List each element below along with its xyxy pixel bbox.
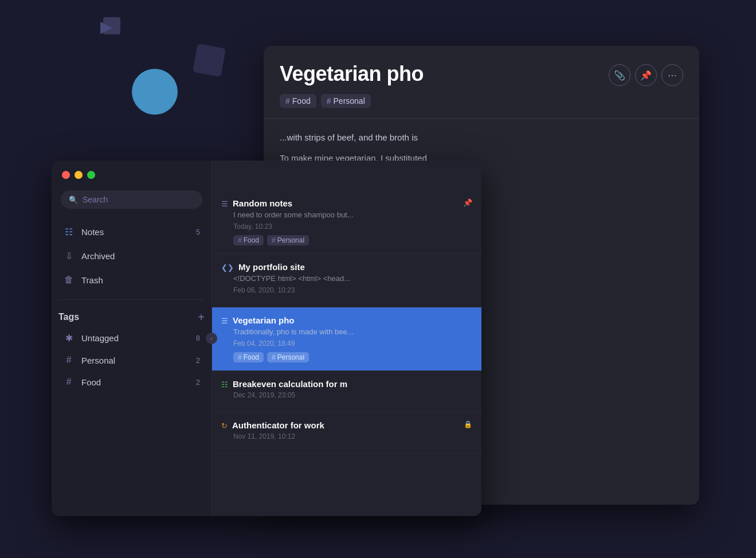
note-card-title-3: Vegetarian pho	[233, 315, 472, 325]
food-tag-icon: #	[63, 377, 75, 387]
food-tag-label: Food	[81, 377, 189, 387]
nav-section: ☷ Notes 5 ⇩ Archived 🗑 Trash	[52, 220, 211, 292]
note-date-4: Dec 24, 2019, 23:05	[233, 391, 472, 399]
tag-hash-1b: #	[272, 236, 276, 244]
traffic-lights	[62, 171, 95, 179]
search-box[interactable]: 🔍 Search	[61, 190, 202, 209]
maximize-button[interactable]	[87, 171, 95, 179]
note-tags-1: # Food # Personal	[233, 235, 472, 245]
untagged-icon: ✱	[63, 333, 75, 344]
note-actions: 📎 📌 ⋯	[609, 64, 683, 86]
decorative-circle	[132, 69, 178, 115]
tag-hash-3b: #	[272, 353, 276, 361]
archive-icon: ⇩	[63, 250, 75, 262]
decorative-arrow: ▶	[100, 17, 113, 36]
note-type-icon-5: ↻	[221, 422, 228, 430]
trash-label: Trash	[81, 275, 200, 285]
note-card-tag-personal-3: # Personal	[267, 352, 309, 362]
note-date-2: Feb 06, 2020, 10:23	[233, 286, 472, 294]
note-card-vegetarian-pho[interactable]: ☰ Vegetarian pho Traditionally, pho is m…	[212, 307, 481, 371]
sidebar-collapse-button[interactable]: ‹	[206, 333, 217, 344]
note-card-header-1: ☰ Random notes 📌	[221, 198, 472, 208]
note-preview-1: I need to order some shampoo but...	[233, 210, 472, 219]
minimize-button[interactable]	[75, 171, 83, 179]
tag-personal-3: Personal	[277, 353, 304, 361]
notes-list: ☰ Random notes 📌 I need to order some sh…	[212, 161, 481, 516]
tag-hash-food: #	[285, 96, 290, 106]
lock-icon-5: 🔒	[464, 420, 472, 428]
note-card-title-2: My portfolio site	[238, 262, 472, 272]
note-card-random-notes[interactable]: ☰ Random notes 📌 I need to order some sh…	[212, 190, 481, 254]
note-card-header-4: ☷ Breakeven calculation for m	[221, 379, 472, 389]
sidebar-divider	[58, 299, 205, 300]
food-tag-count: 2	[196, 378, 200, 387]
personal-tag-label: Personal	[81, 356, 189, 365]
personal-tag-icon: #	[63, 355, 75, 365]
pin-icon: 📌	[640, 70, 652, 81]
attach-button[interactable]: 📎	[609, 64, 630, 86]
archived-label: Archived	[81, 251, 200, 261]
note-card-title-1: Random notes	[233, 198, 459, 208]
notes-icon: ☷	[63, 226, 75, 237]
tags-header[interactable]: Tags +	[52, 307, 211, 327]
note-date-3: Feb 04, 2020, 18:49	[233, 340, 472, 348]
untagged-count: 8	[196, 334, 200, 342]
tag-hash-personal: #	[327, 96, 331, 106]
note-title: Vegetarian pho	[280, 62, 424, 86]
note-tags-3: # Food # Personal	[233, 352, 472, 362]
note-preview-2: <!DOCTYPE html> <html> <head...	[233, 274, 472, 283]
note-card-breakeven[interactable]: ☷ Breakeven calculation for m Dec 24, 20…	[212, 371, 481, 412]
app-window: 🔍 Search ☷ Notes 5 ⇩ Archived 🗑 Trash Ta…	[52, 161, 481, 516]
note-date-5: Nov 11, 2019, 10:12	[233, 432, 472, 440]
note-type-icon-4: ☷	[221, 380, 228, 389]
note-type-icon-2: ❮❯	[221, 263, 234, 272]
tag-food-3: Food	[244, 353, 259, 361]
tag-hash-3a: #	[238, 353, 242, 361]
tags-title: Tags	[58, 312, 191, 322]
note-date-1: Today, 10:23	[233, 223, 472, 231]
tag-hash-1a: #	[238, 236, 242, 244]
sidebar-item-archived[interactable]: ⇩ Archived	[56, 244, 207, 267]
more-button[interactable]: ⋯	[661, 64, 683, 86]
note-tags-row: # Food # Personal	[280, 94, 683, 108]
close-button[interactable]	[62, 171, 70, 179]
note-card-tag-food-3: # Food	[233, 352, 264, 362]
note-detail-header: Vegetarian pho 📎 📌 ⋯ # Food # Persona	[264, 46, 699, 119]
tag-item-food[interactable]: # Food 2	[56, 372, 207, 392]
note-card-portfolio[interactable]: ❮❯ My portfolio site <!DOCTYPE html> <ht…	[212, 254, 481, 307]
sidebar: 🔍 Search ☷ Notes 5 ⇩ Archived 🗑 Trash Ta…	[52, 161, 212, 516]
note-title-row: Vegetarian pho 📎 📌 ⋯	[280, 62, 683, 86]
note-card-title-5: Authenticator for work	[232, 420, 459, 430]
sidebar-item-notes[interactable]: ☷ Notes 5	[56, 220, 207, 243]
note-card-title-4: Breakeven calculation for m	[233, 379, 472, 389]
note-tag-food[interactable]: # Food	[280, 94, 316, 108]
attach-icon: 📎	[614, 70, 625, 81]
tag-item-untagged[interactable]: ✱ Untagged 8	[56, 327, 207, 349]
sidebar-item-trash[interactable]: 🗑 Trash	[56, 268, 207, 291]
pin-button[interactable]: 📌	[635, 64, 657, 86]
note-tag-personal[interactable]: # Personal	[321, 94, 371, 108]
collapse-chevron-icon: ‹	[210, 335, 212, 342]
personal-tag-count: 2	[196, 356, 200, 365]
note-card-header-2: ❮❯ My portfolio site	[221, 262, 472, 272]
note-card-header-3: ☰ Vegetarian pho	[221, 315, 472, 325]
note-preview-3: Traditionally, pho is made with bee...	[233, 327, 472, 336]
decorative-rect-1	[193, 44, 226, 77]
note-card-tag-food-1: # Food	[233, 235, 264, 245]
search-icon: 🔍	[69, 196, 78, 204]
note-card-authenticator[interactable]: ↻ Authenticator for work 🔒 Nov 11, 2019,…	[212, 412, 481, 454]
untagged-label: Untagged	[81, 333, 189, 343]
tags-add-button[interactable]: +	[198, 311, 205, 323]
tags-section: ✱ Untagged 8 # Personal 2 # Food 2	[52, 327, 211, 393]
more-icon: ⋯	[668, 70, 677, 81]
note-pin-icon-1: 📌	[463, 198, 472, 207]
tag-personal-1: Personal	[277, 236, 304, 244]
tag-personal-label: Personal	[334, 96, 365, 106]
trash-icon: 🗑	[63, 274, 75, 286]
tag-item-personal[interactable]: # Personal 2	[56, 350, 207, 370]
notes-label: Notes	[81, 227, 189, 237]
note-type-icon-3: ☰	[221, 317, 228, 325]
content-line-1: ...with strips of beef, and the broth is	[280, 130, 683, 145]
note-card-tag-personal-1: # Personal	[267, 235, 309, 245]
tag-food-label: Food	[292, 96, 311, 106]
